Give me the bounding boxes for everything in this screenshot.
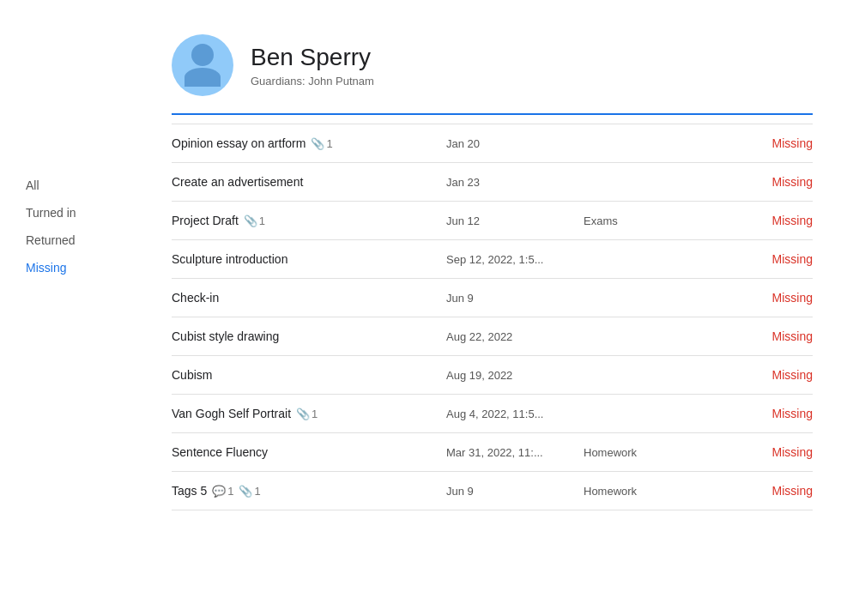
assignment-date: Mar 31, 2022, 11:... bbox=[446, 446, 584, 459]
assignment-date: Jan 23 bbox=[446, 176, 584, 189]
table-row[interactable]: Tags 5💬1📎1Jun 9HomeworkMissing bbox=[172, 472, 813, 510]
assignment-status: Missing bbox=[687, 214, 813, 227]
assignment-category: Exams bbox=[584, 214, 687, 227]
assignment-date: Jun 9 bbox=[446, 292, 584, 305]
assignment-status: Missing bbox=[687, 407, 813, 420]
assignment-title: Sculpture introduction bbox=[172, 252, 287, 266]
avatar-head bbox=[191, 44, 214, 66]
comment-icon: 💬 bbox=[212, 485, 226, 498]
table-row[interactable]: Create an advertisementJan 23Missing bbox=[172, 163, 813, 202]
profile-header: Ben Sperry Guardians: John Putnam bbox=[172, 17, 813, 109]
table-row[interactable]: Opinion essay on artform📎1Jan 20Missing bbox=[172, 124, 813, 163]
comment-badge: 💬1 bbox=[212, 485, 233, 498]
assignment-status: Missing bbox=[687, 175, 813, 189]
avatar-person-shape bbox=[185, 44, 221, 87]
assignment-name: Van Gogh Self Portrait📎1 bbox=[172, 407, 446, 420]
assignment-name: Sculpture introduction bbox=[172, 252, 446, 266]
assignment-status: Missing bbox=[687, 136, 813, 150]
table-row[interactable]: Van Gogh Self Portrait📎1Aug 4, 2022, 11:… bbox=[172, 395, 813, 433]
assignment-title: Create an advertisement bbox=[172, 175, 303, 189]
profile-info: Ben Sperry Guardians: John Putnam bbox=[251, 43, 374, 88]
assignment-list: Opinion essay on artform📎1Jan 20MissingC… bbox=[172, 124, 813, 510]
assignment-status: Missing bbox=[687, 484, 813, 498]
sidebar-item-turned-in[interactable]: Turned in bbox=[26, 199, 154, 226]
assignment-date: Jan 20 bbox=[446, 137, 584, 150]
attachment-icon: 📎 bbox=[311, 137, 324, 150]
table-row[interactable]: CubismAug 19, 2022Missing bbox=[172, 356, 813, 395]
assignment-category: Homework bbox=[584, 446, 687, 459]
assignment-status: Missing bbox=[687, 445, 813, 459]
assignment-date: Aug 19, 2022 bbox=[446, 369, 584, 382]
assignment-title: Sentence Fluency bbox=[172, 445, 268, 459]
assignment-title: Cubist style drawing bbox=[172, 329, 279, 343]
assignment-name: Create an advertisement bbox=[172, 175, 446, 189]
assignment-title: Opinion essay on artform bbox=[172, 136, 306, 150]
sidebar: AllTurned inReturnedMissing bbox=[0, 0, 154, 616]
assignment-title: Cubism bbox=[172, 368, 212, 382]
sidebar-item-all[interactable]: All bbox=[26, 172, 154, 199]
assignment-status: Missing bbox=[687, 252, 813, 266]
assignment-date: Sep 12, 2022, 1:5... bbox=[446, 253, 584, 266]
attachment-badge: 📎1 bbox=[244, 214, 265, 227]
page-container: AllTurned inReturnedMissing Ben Sperry G… bbox=[0, 0, 847, 616]
avatar bbox=[172, 34, 233, 96]
divider bbox=[172, 113, 813, 115]
profile-guardian: Guardians: John Putnam bbox=[251, 75, 374, 88]
assignment-date: Aug 22, 2022 bbox=[446, 330, 584, 343]
sidebar-item-returned[interactable]: Returned bbox=[26, 226, 154, 254]
sidebar-item-missing[interactable]: Missing bbox=[26, 254, 154, 281]
assignment-title: Check-in bbox=[172, 291, 219, 305]
assignment-category: Homework bbox=[584, 485, 687, 498]
table-row[interactable]: Sentence FluencyMar 31, 2022, 11:...Home… bbox=[172, 433, 813, 472]
profile-name: Ben Sperry bbox=[251, 43, 374, 72]
assignment-date: Jun 12 bbox=[446, 214, 584, 227]
attachment-badge: 📎1 bbox=[311, 137, 332, 150]
assignment-name: Check-in bbox=[172, 291, 446, 305]
assignment-title: Project Draft bbox=[172, 214, 239, 227]
assignment-name: Opinion essay on artform📎1 bbox=[172, 136, 446, 150]
assignment-title: Van Gogh Self Portrait bbox=[172, 407, 291, 420]
attachment-icon: 📎 bbox=[239, 485, 252, 498]
table-row[interactable]: Check-inJun 9Missing bbox=[172, 279, 813, 317]
attachment-badge: 📎1 bbox=[239, 485, 260, 498]
avatar-body bbox=[185, 68, 221, 87]
assignment-name: Tags 5💬1📎1 bbox=[172, 484, 446, 498]
assignment-name: Cubist style drawing bbox=[172, 329, 446, 343]
assignment-name: Sentence Fluency bbox=[172, 445, 446, 459]
attachment-icon: 📎 bbox=[244, 214, 257, 227]
attachment-badge: 📎1 bbox=[296, 408, 318, 420]
assignment-date: Aug 4, 2022, 11:5... bbox=[446, 408, 584, 420]
assignment-title: Tags 5 bbox=[172, 484, 207, 498]
assignment-status: Missing bbox=[687, 291, 813, 305]
assignment-status: Missing bbox=[687, 368, 813, 382]
assignment-status: Missing bbox=[687, 329, 813, 343]
attachment-icon: 📎 bbox=[296, 408, 310, 420]
table-row[interactable]: Sculpture introductionSep 12, 2022, 1:5.… bbox=[172, 240, 813, 279]
assignment-name: Cubism bbox=[172, 368, 446, 382]
assignment-date: Jun 9 bbox=[446, 485, 584, 498]
main-content: Ben Sperry Guardians: John Putnam Opinio… bbox=[154, 0, 847, 616]
assignment-name: Project Draft📎1 bbox=[172, 214, 446, 227]
table-row[interactable]: Cubist style drawingAug 22, 2022Missing bbox=[172, 317, 813, 356]
table-row[interactable]: Project Draft📎1Jun 12ExamsMissing bbox=[172, 202, 813, 240]
